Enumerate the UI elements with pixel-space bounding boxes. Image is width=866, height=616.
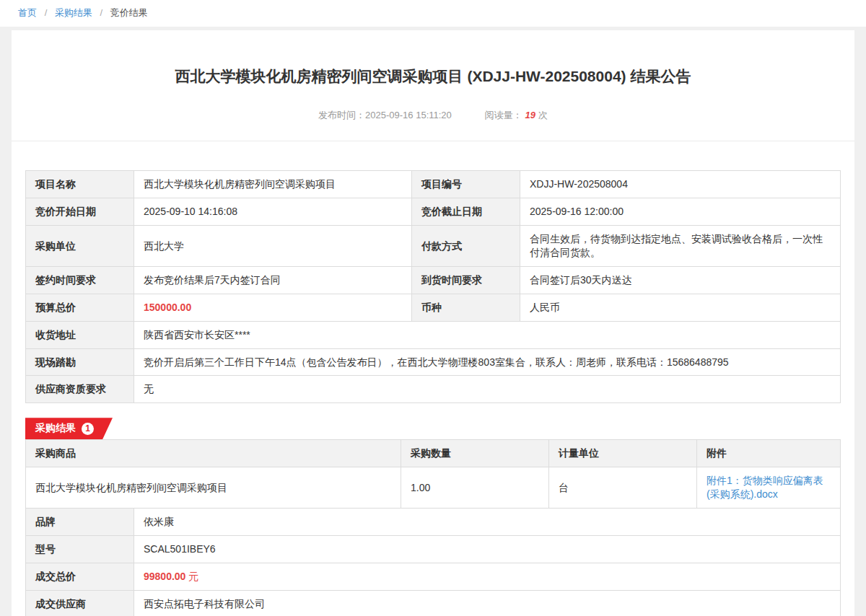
result-badge-label: 采购结果 <box>35 422 76 435</box>
field-label: 项目名称 <box>26 171 134 198</box>
field-value: 无 <box>134 376 841 403</box>
attachment-cell: 附件1：货物类响应偏离表(采购系统).docx <box>697 467 841 509</box>
table-row: 收货地址 陕西省西安市长安区**** <box>26 321 841 348</box>
breadcrumb-link-home[interactable]: 首页 <box>18 7 37 18</box>
field-label: 型号 <box>26 535 134 563</box>
table-row: 成交供应商 西安点拓电子科技有限公司 <box>26 590 841 616</box>
result-badge-count: 1 <box>82 423 94 435</box>
field-value: 西北大学 <box>134 226 412 267</box>
field-label: 到货时间要求 <box>412 266 520 294</box>
field-value: 人民币 <box>520 294 841 321</box>
field-value: 2025-09-10 14:16:08 <box>134 198 412 226</box>
result-badge: 采购结果 1 <box>25 418 113 439</box>
field-label: 竞价开始日期 <box>26 198 134 226</box>
field-label: 签约时间要求 <box>26 266 134 294</box>
divider <box>12 141 854 141</box>
field-label: 预算总价 <box>26 294 134 321</box>
views-unit: 次 <box>538 110 548 120</box>
field-value: 西北大学模块化机房精密列间空调采购项目 <box>134 171 412 198</box>
field-label: 成交供应商 <box>26 590 134 616</box>
field-value: 合同签订后30天内送达 <box>520 266 841 294</box>
announcement-card: 西北大学模块化机房精密列间空调采购项目 (XDJJ-HW-202508004) … <box>12 30 854 616</box>
field-label: 现场踏勘 <box>26 348 134 376</box>
field-label: 品牌 <box>26 508 134 535</box>
deal-total-price: 99800.00 元 <box>134 563 841 590</box>
field-label: 付款方式 <box>412 226 520 267</box>
table-row: 型号 SCAL501IBEY6 <box>26 535 841 563</box>
field-value: 竞价开启后第三个工作日下午14点（包含公告发布日），在西北大学物理楼803室集合… <box>134 348 841 376</box>
result-section-header: 采购结果 1 <box>25 418 841 439</box>
deal-price-amount: 99800.00 <box>144 571 185 582</box>
deal-price-unit: 元 <box>188 571 198 582</box>
publish-time-label: 发布时间： <box>318 110 365 120</box>
field-value: 2025-09-16 12:00:00 <box>520 198 841 226</box>
field-value: 西安点拓电子科技有限公司 <box>134 590 841 616</box>
result-detail-table: 品牌 依米康 型号 SCAL501IBEY6 成交总价 99800.00 元 成… <box>25 508 841 616</box>
field-value: 依米康 <box>134 508 841 535</box>
attachment-link[interactable]: 附件1：货物类响应偏离表(采购系统).docx <box>707 475 823 500</box>
table-row: 成交总价 99800.00 元 <box>26 563 841 590</box>
field-value: SCAL501IBEY6 <box>134 535 841 563</box>
table-row: 预算总价 150000.00 币种 人民币 <box>26 294 841 321</box>
field-label: 竞价截止日期 <box>412 198 520 226</box>
project-info-table: 项目名称 西北大学模块化机房精密列间空调采购项目 项目编号 XDJJ-HW-20… <box>25 170 841 403</box>
table-row: 现场踏勘 竞价开启后第三个工作日下午14点（包含公告发布日），在西北大学物理楼8… <box>26 348 841 376</box>
table-row: 西北大学模块化机房精密列间空调采购项目 1.00 台 附件1：货物类响应偏离表(… <box>26 467 841 509</box>
field-value: 发布竞价结果后7天内签订合同 <box>134 266 412 294</box>
column-header-product: 采购商品 <box>26 440 401 467</box>
table-row: 竞价开始日期 2025-09-10 14:16:08 竞价截止日期 2025-0… <box>26 198 841 226</box>
column-header-quantity: 采购数量 <box>401 440 549 467</box>
breadcrumb-current: 竞价结果 <box>110 7 148 18</box>
product-unit: 台 <box>549 467 697 509</box>
views-label: 阅读量： <box>484 110 522 120</box>
field-label: 收货地址 <box>26 321 134 348</box>
table-row: 采购单位 西北大学 付款方式 合同生效后，待货物到达指定地点、安装调试验收合格后… <box>26 226 841 267</box>
column-header-attachment: 附件 <box>697 440 841 467</box>
field-value: 合同生效后，待货物到达指定地点、安装调试验收合格后，一次性付清合同货款。 <box>520 226 841 267</box>
field-label: 采购单位 <box>26 226 134 267</box>
publish-time: 2025-09-16 15:11:20 <box>365 110 452 120</box>
product-quantity: 1.00 <box>401 467 549 509</box>
field-label: 成交总价 <box>26 563 134 590</box>
table-row: 品牌 依米康 <box>26 508 841 535</box>
field-label: 项目编号 <box>412 171 520 198</box>
field-label: 币种 <box>412 294 520 321</box>
table-row: 供应商资质要求 无 <box>26 376 841 403</box>
breadcrumb-link-purchase-results[interactable]: 采购结果 <box>55 7 92 18</box>
result-table: 采购商品 采购数量 计量单位 附件 西北大学模块化机房精密列间空调采购项目 1.… <box>25 439 841 509</box>
table-row: 项目名称 西北大学模块化机房精密列间空调采购项目 项目编号 XDJJ-HW-20… <box>26 171 841 198</box>
product-name: 西北大学模块化机房精密列间空调采购项目 <box>26 467 401 509</box>
field-value: XDJJ-HW-202508004 <box>520 171 841 198</box>
table-header-row: 采购商品 采购数量 计量单位 附件 <box>26 440 841 467</box>
column-header-unit: 计量单位 <box>549 440 697 467</box>
field-label: 供应商资质要求 <box>26 376 134 403</box>
breadcrumb-separator: / <box>45 7 48 18</box>
breadcrumb-separator: / <box>100 7 103 18</box>
table-row: 签约时间要求 发布竞价结果后7天内签订合同 到货时间要求 合同签订后30天内送达 <box>26 266 841 294</box>
budget-total-value: 150000.00 <box>134 294 412 321</box>
field-value: 陕西省西安市长安区**** <box>134 321 841 348</box>
publish-meta: 发布时间：2025-09-16 15:11:20 阅读量：19次 <box>25 109 841 122</box>
page-title: 西北大学模块化机房精密列间空调采购项目 (XDJJ-HW-202508004) … <box>54 66 812 86</box>
breadcrumb: 首页 / 采购结果 / 竞价结果 <box>0 0 866 27</box>
views-count: 19 <box>525 110 535 120</box>
